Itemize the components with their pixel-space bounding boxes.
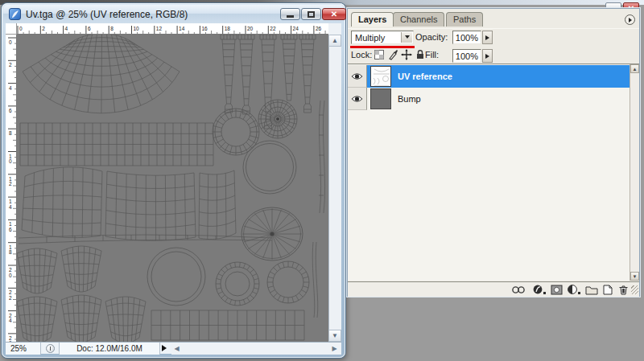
visibility-toggle[interactable] bbox=[348, 65, 367, 88]
lock-position-move-icon[interactable] bbox=[401, 49, 412, 60]
horizontal-ruler[interactable]: 02468101214161820222426 bbox=[17, 23, 328, 35]
scroll-up-icon[interactable]: ▲ bbox=[328, 35, 341, 47]
lock-label: Lock: bbox=[351, 50, 372, 59]
svg-text:0: 0 bbox=[9, 39, 12, 45]
blend-mode-select[interactable]: Multiply bbox=[351, 31, 414, 44]
opacity-input[interactable]: 100% bbox=[452, 31, 481, 44]
svg-text:6: 6 bbox=[9, 108, 12, 113]
svg-text:6: 6 bbox=[88, 26, 91, 31]
svg-text:4: 4 bbox=[9, 85, 12, 91]
palette-resize-grip[interactable] bbox=[631, 285, 638, 294]
link-layers-icon[interactable] bbox=[511, 285, 526, 295]
svg-text:8: 8 bbox=[9, 130, 12, 136]
palette-tabs: Layers Channels Paths bbox=[348, 12, 639, 27]
layer-style-icon[interactable] bbox=[532, 285, 547, 295]
new-layer-icon[interactable] bbox=[602, 285, 613, 295]
panel-menu-arrow-icon bbox=[629, 18, 632, 23]
svg-text:4: 4 bbox=[9, 204, 12, 210]
scroll-up-icon[interactable]: ▲ bbox=[630, 64, 639, 73]
delete-layer-trash-icon[interactable] bbox=[618, 285, 629, 295]
close-button[interactable]: ✕ bbox=[322, 8, 346, 20]
svg-text:14: 14 bbox=[179, 26, 185, 31]
layer-row-uv-reference[interactable]: UV reference bbox=[348, 65, 630, 88]
svg-text:0: 0 bbox=[19, 26, 23, 31]
layers-list: UV reference Bump ▲ ▼ bbox=[348, 64, 639, 281]
document-icon bbox=[9, 8, 21, 20]
scroll-down-icon[interactable]: ▼ bbox=[630, 272, 639, 281]
tab-paths[interactable]: Paths bbox=[446, 12, 483, 27]
status-menu-arrow-icon[interactable] bbox=[162, 345, 167, 351]
opacity-label: Opacity: bbox=[415, 32, 448, 42]
chevron-down-icon[interactable] bbox=[401, 32, 412, 43]
svg-text:12: 12 bbox=[156, 26, 163, 31]
fill-input[interactable]: 100% bbox=[452, 49, 481, 63]
tab-layers[interactable]: Layers bbox=[351, 12, 394, 27]
layer-thumbnail[interactable] bbox=[367, 88, 394, 110]
svg-text:22: 22 bbox=[270, 26, 276, 31]
scroll-right-icon[interactable]: ▶ bbox=[329, 344, 340, 354]
svg-text:4: 4 bbox=[65, 26, 68, 31]
vertical-scrollbar[interactable]: ▲ ▼ bbox=[328, 35, 341, 342]
svg-text:2: 2 bbox=[9, 181, 12, 187]
visibility-toggle[interactable] bbox=[348, 88, 367, 110]
adjustment-layer-icon[interactable] bbox=[567, 285, 581, 295]
status-bar: 25% Doc: 12.0M/16.0M ◀ ▶ bbox=[6, 342, 341, 354]
svg-text:4: 4 bbox=[9, 318, 12, 323]
lock-all-padlock-icon[interactable] bbox=[415, 49, 426, 60]
horizontal-scrollbar[interactable]: ◀ ▶ bbox=[171, 343, 341, 355]
layer-row-bump[interactable]: Bump bbox=[348, 88, 630, 110]
document-content: 02468101214161820222426 0246810121416182… bbox=[6, 23, 341, 354]
blend-mode-value: Multiply bbox=[355, 33, 385, 43]
maximize-icon bbox=[308, 11, 315, 18]
tab-channels[interactable]: Channels bbox=[393, 12, 444, 27]
panel-menu-button[interactable] bbox=[625, 14, 635, 25]
layer-mask-icon[interactable] bbox=[551, 285, 563, 295]
scroll-left-icon[interactable]: ◀ bbox=[171, 344, 182, 354]
doc-size-status[interactable]: Doc: 12.0M/16.0M bbox=[59, 343, 160, 355]
uv-reference-thumbnail bbox=[370, 66, 391, 87]
window-title: Uv.tga @ 25% (UV reference, RGB/8) bbox=[26, 9, 188, 20]
palette-footer bbox=[348, 281, 639, 297]
vertical-ruler[interactable]: 02468101214161820222426 bbox=[6, 35, 17, 342]
lock-transparency-icon[interactable] bbox=[374, 49, 385, 60]
layer-name[interactable]: Bump bbox=[398, 94, 421, 104]
svg-text:16: 16 bbox=[201, 26, 208, 31]
opacity-slider-arrow-icon[interactable] bbox=[482, 31, 493, 44]
new-group-folder-icon[interactable] bbox=[585, 285, 598, 295]
scroll-down-icon[interactable]: ▼ bbox=[328, 330, 341, 342]
blend-row: Multiply Opacity: 100% bbox=[348, 28, 639, 47]
zoom-input[interactable]: 25% bbox=[6, 343, 41, 355]
svg-text:2: 2 bbox=[9, 295, 12, 301]
minimize-icon bbox=[287, 15, 294, 18]
eye-icon bbox=[351, 72, 363, 80]
svg-text:2: 2 bbox=[9, 62, 12, 68]
minimize-button[interactable] bbox=[280, 8, 300, 20]
layer-thumbnail[interactable] bbox=[367, 65, 394, 88]
svg-text:0: 0 bbox=[9, 158, 12, 164]
layers-panel: Layers Channels Paths Multiply Opacity: … bbox=[347, 8, 640, 297]
svg-text:26: 26 bbox=[316, 26, 322, 31]
svg-text:6: 6 bbox=[9, 227, 12, 232]
lock-image-brush-icon[interactable] bbox=[387, 49, 398, 60]
eye-icon bbox=[351, 95, 363, 103]
svg-text:18: 18 bbox=[225, 26, 231, 31]
fill-slider-arrow-icon[interactable] bbox=[482, 49, 493, 63]
svg-text:24: 24 bbox=[293, 26, 299, 31]
layers-scrollbar[interactable]: ▲ ▼ bbox=[630, 64, 639, 281]
svg-text:10: 10 bbox=[134, 26, 140, 31]
svg-text:20: 20 bbox=[247, 26, 254, 31]
layer-name[interactable]: UV reference bbox=[398, 72, 452, 81]
svg-text:8: 8 bbox=[110, 26, 114, 31]
document-window: Uv.tga @ 25% (UV reference, RGB/8) ✕ 024… bbox=[2, 3, 345, 358]
svg-text:0: 0 bbox=[9, 273, 12, 278]
lock-row: Lock: Fill: 100% bbox=[348, 47, 639, 64]
status-clock-icon bbox=[46, 344, 55, 353]
maximize-button[interactable] bbox=[301, 8, 321, 20]
ruler-corner[interactable] bbox=[6, 23, 17, 35]
bump-thumbnail bbox=[370, 88, 391, 109]
title-bar[interactable]: Uv.tga @ 25% (UV reference, RGB/8) ✕ bbox=[3, 5, 344, 23]
fill-label: Fill: bbox=[425, 50, 439, 59]
svg-text:8: 8 bbox=[9, 249, 12, 255]
canvas-uv-wireframe[interactable] bbox=[17, 35, 328, 342]
svg-text:2: 2 bbox=[42, 26, 45, 31]
